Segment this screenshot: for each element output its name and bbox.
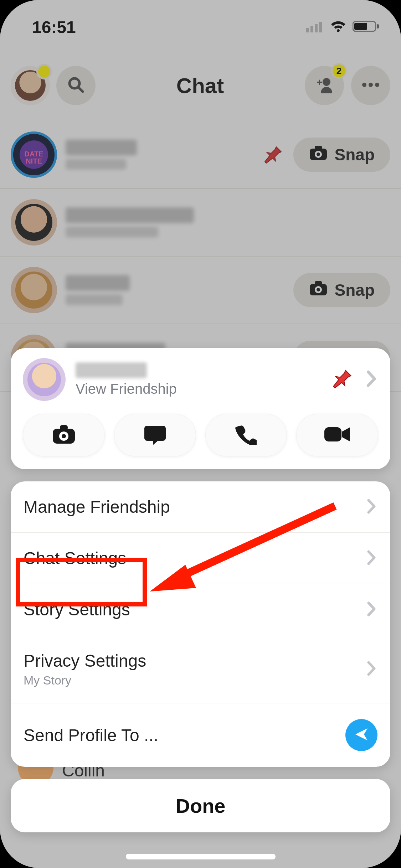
status-bar: 16:51 — [0, 0, 401, 46]
home-indicator[interactable] — [126, 854, 276, 859]
send-button[interactable] — [345, 719, 377, 751]
story-settings-item[interactable]: Story Settings — [11, 584, 390, 635]
chevron-right-icon[interactable] — [366, 370, 378, 389]
settings-menu-card: Manage Friendship Chat Settings Story Se… — [11, 481, 390, 767]
chat-header: Chat + 2 — [0, 53, 401, 118]
redacted-name — [66, 275, 130, 291]
svg-rect-2 — [315, 24, 318, 32]
snap-button[interactable]: Snap — [293, 273, 390, 307]
svg-point-24 — [317, 288, 320, 291]
pin-icon[interactable] — [332, 368, 353, 391]
redacted-subtext — [66, 227, 158, 237]
menu-label: Privacy Settings — [24, 651, 146, 671]
status-indicators — [306, 20, 380, 34]
send-icon — [353, 726, 370, 744]
svg-point-11 — [362, 83, 366, 87]
snap-button[interactable]: Snap — [293, 138, 390, 172]
svg-point-20 — [317, 153, 320, 156]
avatar[interactable] — [11, 199, 57, 246]
redacted-subtext — [66, 294, 123, 305]
chevron-right-icon — [367, 550, 377, 567]
svg-rect-33 — [324, 427, 341, 441]
add-friend-icon: + — [314, 76, 334, 95]
chat-action-button[interactable] — [114, 414, 196, 456]
phone-icon — [235, 424, 257, 446]
voice-call-button[interactable] — [205, 414, 287, 456]
send-profile-item[interactable]: Send Profile To ... — [11, 703, 390, 767]
svg-rect-6 — [377, 24, 379, 29]
menu-label: Story Settings — [24, 600, 130, 619]
svg-line-8 — [78, 87, 83, 92]
chat-settings-item[interactable]: Chat Settings — [11, 533, 390, 584]
chevron-right-icon — [367, 601, 377, 618]
video-call-button[interactable] — [296, 414, 378, 456]
svg-point-12 — [369, 83, 373, 87]
redacted-subtext — [66, 159, 126, 170]
svg-rect-1 — [310, 26, 313, 32]
add-friend-button[interactable]: + 2 — [305, 66, 344, 105]
privacy-settings-item[interactable]: Privacy Settings My Story — [11, 635, 390, 703]
chat-row[interactable]: DATENITE Snap — [0, 121, 401, 189]
cellular-icon — [306, 20, 324, 34]
svg-point-32 — [62, 434, 66, 438]
friend-avatar[interactable] — [23, 358, 66, 401]
camera-action-button[interactable] — [23, 414, 105, 456]
page-title: Chat — [96, 73, 305, 98]
battery-icon — [353, 20, 380, 34]
redacted-name — [66, 207, 194, 223]
chat-row[interactable]: Snap — [0, 257, 401, 324]
chat-row[interactable] — [0, 189, 401, 257]
svg-rect-18 — [315, 146, 322, 150]
svg-rect-0 — [306, 28, 309, 32]
camera-icon — [51, 424, 76, 446]
menu-label: Chat Settings — [24, 548, 126, 568]
snap-label: Snap — [335, 145, 375, 164]
status-time: 16:51 — [32, 17, 76, 37]
video-icon — [324, 425, 351, 445]
wifi-icon — [330, 20, 347, 34]
svg-rect-3 — [319, 22, 322, 32]
menu-label: Send Profile To ... — [24, 725, 158, 745]
avatar-story-ring[interactable]: DATENITE — [11, 131, 57, 178]
done-button[interactable]: Done — [11, 779, 390, 832]
avatar[interactable] — [11, 267, 57, 313]
camera-icon — [309, 145, 328, 165]
search-icon — [67, 76, 85, 95]
svg-point-13 — [375, 83, 379, 87]
svg-rect-22 — [315, 281, 322, 285]
menu-subtext: My Story — [24, 673, 146, 687]
add-friend-badge: 2 — [331, 63, 347, 79]
search-button[interactable] — [56, 66, 96, 105]
svg-rect-5 — [354, 23, 367, 30]
svg-point-9 — [323, 78, 330, 86]
pin-icon — [262, 145, 285, 165]
notification-dot-icon — [36, 64, 52, 79]
chevron-right-icon — [367, 498, 377, 516]
redacted-name — [66, 140, 137, 155]
profile-action-card: View Friendship — [11, 348, 390, 469]
redacted-friend-name — [76, 362, 147, 378]
my-profile-button[interactable] — [11, 66, 50, 105]
svg-rect-30 — [60, 425, 68, 430]
more-icon — [361, 81, 381, 90]
view-friendship-link[interactable]: View Friendship — [76, 381, 322, 397]
chevron-right-icon — [367, 661, 377, 678]
svg-text:DATE: DATE — [25, 150, 43, 158]
svg-text:+: + — [317, 77, 322, 88]
more-button[interactable] — [351, 66, 390, 105]
svg-text:NITE: NITE — [26, 157, 42, 165]
chat-icon — [144, 424, 166, 446]
manage-friendship-item[interactable]: Manage Friendship — [11, 481, 390, 533]
camera-icon — [309, 280, 328, 300]
menu-label: Manage Friendship — [24, 497, 170, 517]
snap-label: Snap — [335, 280, 375, 300]
